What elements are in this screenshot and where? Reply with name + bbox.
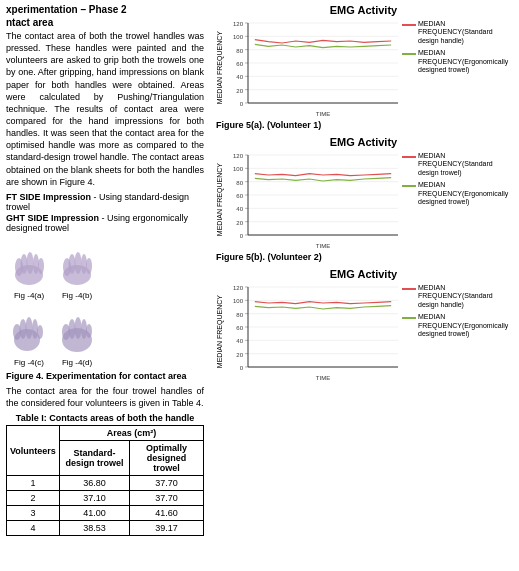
table-header-volunteers: Volunteers (7, 426, 60, 476)
legend-2: MEDIAN FREQUENCY(Standard design handle)… (402, 284, 497, 342)
svg-point-16 (32, 319, 38, 339)
svg-point-15 (26, 317, 33, 339)
svg-point-2 (21, 254, 28, 274)
svg-point-14 (20, 319, 27, 339)
legend-label-2-1: MEDIAN FREQUENCY(Ergonomically designed … (418, 313, 508, 338)
chart-svg-1: 020406080100120TIME (228, 150, 398, 250)
handprint-4b-svg (55, 237, 99, 289)
chart-chart3: EMG ActivityMEDIAN FREQUENCY020406080100… (216, 268, 511, 382)
legend-line-0-1 (402, 53, 416, 55)
handprint-4b-label: Fig -4(b) (54, 291, 100, 300)
svg-point-9 (75, 252, 82, 274)
svg-point-21 (75, 317, 82, 339)
legend-line-1-1 (402, 185, 416, 187)
svg-text:100: 100 (233, 34, 244, 40)
svg-text:TIME: TIME (316, 111, 330, 117)
legend-item-2-1: MEDIAN FREQUENCY(Ergonomically designed … (402, 313, 497, 338)
chart-title-1: EMG Activity (216, 136, 511, 148)
chart-area-0: MEDIAN FREQUENCY020406080100120TIMEMEDIA… (216, 18, 511, 118)
table-caption: Table I: Contacts areas of both the hand… (6, 413, 204, 423)
svg-text:TIME: TIME (316, 375, 330, 381)
table-cell-volunteer: 2 (7, 491, 60, 506)
right-column: EMG ActivityMEDIAN FREQUENCY020406080100… (210, 0, 519, 540)
svg-text:20: 20 (236, 220, 243, 226)
svg-text:60: 60 (236, 193, 243, 199)
legend-0: MEDIAN FREQUENCY(Standard design handle)… (402, 20, 497, 78)
subsection-title: ntact area (6, 17, 204, 28)
legend-label-0-1: MEDIAN FREQUENCY(Ergonomically designed … (418, 49, 508, 74)
svg-point-20 (69, 319, 76, 339)
contact-text: The contact area of both the trowel hand… (6, 30, 204, 188)
chart-area-2: MEDIAN FREQUENCY020406080100120TIMEMEDIA… (216, 282, 511, 382)
svg-text:TIME: TIME (316, 243, 330, 249)
svg-text:60: 60 (236, 325, 243, 331)
table-body: 1 36.80 37.70 2 37.10 37.70 3 41.00 41.6… (7, 476, 204, 536)
svg-text:120: 120 (233, 285, 244, 291)
svg-text:60: 60 (236, 61, 243, 67)
table-row: 2 37.10 37.70 (7, 491, 204, 506)
handprint-4d-svg (55, 304, 99, 356)
right-impression-label: GHT SIDE Impression - Using ergonomicall… (6, 213, 204, 233)
chart-chart2: EMG ActivityMEDIAN FREQUENCY020406080100… (216, 136, 511, 262)
legend-line-2-1 (402, 317, 416, 319)
contact-areas-table: Volunteers Areas (cm²) Standard-design t… (6, 425, 204, 536)
table-cell-std: 38.53 (59, 521, 129, 536)
chart-title-2: EMG Activity (216, 268, 511, 280)
chart-svg-2: 020406080100120TIME (228, 282, 398, 382)
legend-label-2-0: MEDIAN FREQUENCY(Standard design handle) (418, 284, 497, 309)
handprint-4a-svg (7, 237, 51, 289)
svg-text:40: 40 (236, 338, 243, 344)
y-axis-label-2: MEDIAN FREQUENCY (216, 295, 226, 368)
legend-line-2-0 (402, 288, 416, 290)
figure-4-caption: Figure 4. Experimentation for contact ar… (6, 371, 204, 381)
svg-point-5 (38, 258, 44, 274)
svg-text:40: 40 (236, 74, 243, 80)
table-cell-std: 37.10 (59, 491, 129, 506)
table-header-std: Standard-design trowel (59, 441, 129, 476)
table-cell-opt: 37.70 (130, 476, 204, 491)
svg-text:0: 0 (240, 365, 244, 371)
legend-item-1-0: MEDIAN FREQUENCY(Standard design trowel) (402, 152, 497, 177)
handprint-4c-label: Fig -4(c) (6, 358, 52, 367)
chart-figure-caption-1: Figure 5(b). (Volunteer 2) (216, 252, 511, 262)
svg-point-22 (81, 319, 87, 339)
table-cell-volunteer: 1 (7, 476, 60, 491)
table-row: 4 38.53 39.17 (7, 521, 204, 536)
legend-label-1-1: MEDIAN FREQUENCY(Ergonomically designed … (418, 181, 508, 206)
svg-text:20: 20 (236, 88, 243, 94)
svg-text:80: 80 (236, 180, 243, 186)
chart-chart1: EMG ActivityMEDIAN FREQUENCY020406080100… (216, 4, 511, 130)
table-row: 3 41.00 41.60 (7, 506, 204, 521)
svg-point-17 (37, 325, 43, 339)
table-intro-text: The contact area for the four trowel han… (6, 385, 204, 409)
legend-item-0-0: MEDIAN FREQUENCY(Standard design handle) (402, 20, 497, 45)
legend-item-1-1: MEDIAN FREQUENCY(Ergonomically designed … (402, 181, 497, 206)
page-wrapper: xperimentation – Phase 2 ntact area The … (0, 0, 519, 540)
y-axis-label-1: MEDIAN FREQUENCY (216, 163, 226, 236)
charts-container: EMG ActivityMEDIAN FREQUENCY020406080100… (216, 4, 513, 382)
handprint-4d: Fig -4(d) (54, 304, 100, 367)
legend-item-0-1: MEDIAN FREQUENCY(Ergonomically designed … (402, 49, 497, 74)
section-title: xperimentation – Phase 2 (6, 4, 204, 15)
handprint-4a: Fig -4(a) (6, 237, 52, 300)
table-cell-std: 41.00 (59, 506, 129, 521)
svg-text:0: 0 (240, 233, 244, 239)
table-header-areas: Areas (cm²) (59, 426, 203, 441)
legend-line-0-0 (402, 24, 416, 26)
left-column: xperimentation – Phase 2 ntact area The … (0, 0, 210, 540)
chart-figure-caption-0: Figure 5(a). (Volunteer 1) (216, 120, 511, 130)
y-axis-label-0: MEDIAN FREQUENCY (216, 31, 226, 104)
svg-text:100: 100 (233, 166, 244, 172)
table-cell-opt: 37.70 (130, 491, 204, 506)
chart-title-0: EMG Activity (216, 4, 511, 16)
svg-text:120: 120 (233, 153, 244, 159)
svg-point-11 (86, 258, 92, 274)
svg-text:120: 120 (233, 21, 244, 27)
table-cell-opt: 41.60 (130, 506, 204, 521)
svg-text:20: 20 (236, 352, 243, 358)
table-row: 1 36.80 37.70 (7, 476, 204, 491)
handprint-4c-svg (7, 304, 51, 356)
handprint-4d-label: Fig -4(d) (54, 358, 100, 367)
handprints-container-2: Fig -4(c) Fig -4(d) (6, 304, 204, 367)
svg-text:100: 100 (233, 298, 244, 304)
